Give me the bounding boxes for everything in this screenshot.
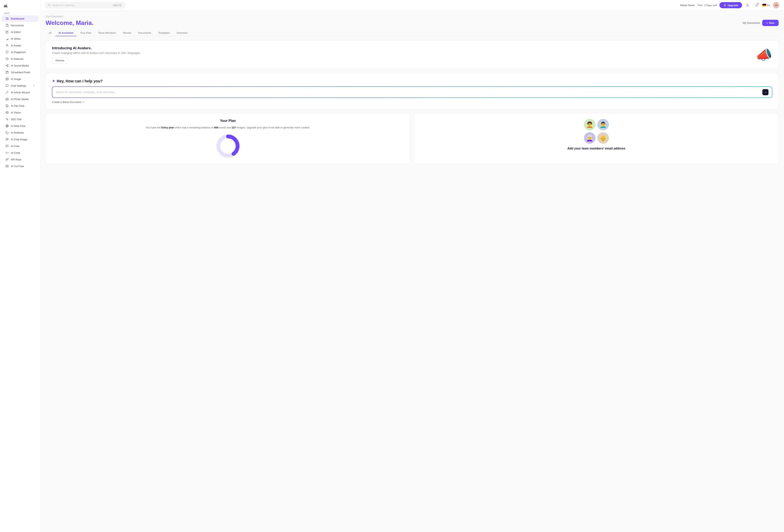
sidebar-item-ai-youtube[interactable]: AI YouTube xyxy=(2,163,38,169)
sidebar-item-ai-plagiarism[interactable]: AI Plagiarism xyxy=(2,49,38,55)
banner-title: Introducing AI Avatars. xyxy=(52,46,752,50)
sidebar-item-label: AI Photo Studio xyxy=(11,98,29,101)
sparkle-icon: ✦ xyxy=(52,79,55,83)
sidebar-item-label: AI Vision xyxy=(11,111,21,114)
sidebar: ai. USER Dashboard Documents AI Editor A… xyxy=(0,0,40,532)
share-icon xyxy=(5,64,9,67)
sidebar-item-ai-chat[interactable]: AI Chat xyxy=(2,143,38,149)
title-actions: My Documents + New xyxy=(743,20,779,26)
upgrade-label: Upgrade xyxy=(728,4,738,7)
sidebar-item-documents[interactable]: Documents xyxy=(2,22,38,29)
sidebar-item-label: AI YouTube xyxy=(11,165,24,168)
sidebar-item-label: AI Code xyxy=(11,151,20,154)
user-avatar[interactable]: JS xyxy=(773,2,779,8)
chat-image-icon xyxy=(5,138,9,141)
plan-words: 409 xyxy=(214,126,218,129)
sidebar-item-ai-file-chat[interactable]: AI File Chat xyxy=(2,103,38,109)
page-title-row: Welcome, Maria. My Documents + New xyxy=(46,19,779,26)
sidebar-item-label: AI ReWriter xyxy=(11,131,24,134)
sidebar-item-label: AI Chat Image xyxy=(11,138,27,141)
tab-documents[interactable]: Documents xyxy=(135,30,154,36)
tab-ai-assistant[interactable]: AI Assistant xyxy=(55,30,77,36)
admin-panel-link[interactable]: Admin Panel xyxy=(680,4,695,7)
banner-subtitle: Create engaging videos with AI avatars a… xyxy=(52,51,752,54)
create-blank-button[interactable]: Create a Blank Document + xyxy=(52,101,772,104)
global-search[interactable]: cmd + E xyxy=(45,2,125,8)
tab-overview[interactable]: Overview xyxy=(174,30,191,36)
sidebar-item-label: API Keys xyxy=(11,158,22,161)
sidebar-item-label: AI Chat xyxy=(11,145,19,147)
plan-images: 127 xyxy=(232,126,236,129)
title-name: Maria. xyxy=(76,19,93,26)
ai-chat-icon xyxy=(5,144,9,148)
sidebar-item-api-keys[interactable]: API Keys xyxy=(2,156,38,163)
sidebar-item-label: AI Editor xyxy=(11,31,21,33)
svg-point-17 xyxy=(6,99,7,100)
shield-icon xyxy=(5,50,9,54)
my-documents-link[interactable]: My Documents xyxy=(743,22,760,24)
sidebar-item-label: Dashboard xyxy=(11,17,24,20)
plan-name: Entry plan xyxy=(162,126,174,129)
tab-templates[interactable]: Templates xyxy=(155,30,173,36)
sidebar-item-chat-settings[interactable]: Chat Settings + xyxy=(2,82,38,89)
language-selector[interactable]: En xyxy=(762,4,770,7)
new-button[interactable]: + New xyxy=(762,20,779,26)
search-input[interactable] xyxy=(52,4,110,7)
sidebar-item-label: Chat Settings xyxy=(11,84,26,87)
dismiss-button[interactable]: Dismiss xyxy=(52,57,68,63)
sidebar-item-label: AI Plagiarism xyxy=(11,51,26,54)
sidebar-item-ai-web-chat[interactable]: AI Web Chat xyxy=(2,123,38,129)
main-area: cmd + E Admin Panel Trial - 2 Days Left … xyxy=(40,0,784,532)
sidebar-item-ai-editor[interactable]: AI Editor xyxy=(2,29,38,35)
sidebar-item-ai-social-media[interactable]: AI Social Media xyxy=(2,62,38,69)
sidebar-item-ai-chat-image[interactable]: AI Chat Image xyxy=(2,136,38,143)
sidebar-item-seo-tool[interactable]: SEO Tool xyxy=(2,116,38,122)
sidebar-item-ai-rewriter[interactable]: AI ReWriter xyxy=(2,129,38,136)
banner-illustration: 📣 xyxy=(756,47,772,63)
svg-point-16 xyxy=(6,78,7,79)
sidebar-item-label: AI Image xyxy=(11,78,21,81)
help-search-bar[interactable]: → xyxy=(52,86,772,98)
tab-your-plan[interactable]: Your Plan xyxy=(77,30,94,36)
sidebar-item-ai-writer[interactable]: AI Writer xyxy=(2,35,38,42)
sidebar-item-label: AI Social Media xyxy=(11,64,29,67)
tab-recent[interactable]: Recent xyxy=(120,30,134,36)
web-icon xyxy=(5,124,9,128)
key-icon xyxy=(5,158,9,161)
tab-team-members[interactable]: Team Members xyxy=(95,30,119,36)
sidebar-item-ai-article-wizard[interactable]: AI Article Wizard xyxy=(2,89,38,95)
notifications-button[interactable] xyxy=(754,2,760,8)
theme-toggle[interactable] xyxy=(745,2,751,8)
team-card: 🧑‍🦱 👨‍🦱 👩‍🦳 👴 Add your team members' ema… xyxy=(414,113,779,164)
notification-dot xyxy=(757,3,759,4)
sidebar-item-dashboard[interactable]: Dashboard xyxy=(2,15,38,22)
grid-icon xyxy=(5,17,9,20)
help-search-submit[interactable]: → xyxy=(762,89,768,95)
create-blank-icon: + xyxy=(83,101,84,104)
main-tabs: AllAI AssistantYour PlanTeam MembersRece… xyxy=(46,30,779,36)
detector-icon xyxy=(5,57,9,61)
topnav: cmd + E Admin Panel Trial - 2 Days Left … xyxy=(40,0,784,10)
team-card-title: Add your team members' email address xyxy=(567,147,625,150)
chat-settings-plus[interactable]: + xyxy=(33,84,35,87)
plan-card: Your Plan You have the Entry plan which … xyxy=(46,113,410,164)
moon-icon xyxy=(746,4,749,7)
team-avatar-2: 👨‍🦱 xyxy=(597,119,609,130)
sidebar-item-ai-image[interactable]: AI Image xyxy=(2,76,38,82)
camera-icon xyxy=(5,97,9,101)
help-search-input[interactable] xyxy=(56,91,760,94)
sidebar-item-ai-avatar[interactable]: AI Avatar xyxy=(2,42,38,49)
search-icon xyxy=(48,4,51,7)
upgrade-button[interactable]: ⚡ Upgrade xyxy=(720,2,742,8)
banner-card: Introducing AI Avatars. Create engaging … xyxy=(46,40,779,69)
sidebar-item-ai-detector[interactable]: AI Detector xyxy=(2,56,38,62)
plan-card-title: Your Plan xyxy=(51,119,404,123)
sidebar-item-scheduled-posts[interactable]: Scheduled Posts xyxy=(2,69,38,76)
tab-all[interactable]: All xyxy=(46,30,55,36)
calendar-icon xyxy=(5,71,9,74)
help-section: ✦ Hey, How can I help you? → Create a Bl… xyxy=(46,73,779,109)
sidebar-item-ai-vision[interactable]: AI Vision xyxy=(2,109,38,116)
sidebar-item-ai-photo-studio[interactable]: AI Photo Studio xyxy=(2,96,38,102)
sidebar-item-ai-code[interactable]: AI Code xyxy=(2,149,38,156)
sidebar-item-label: AI File Chat xyxy=(11,105,24,107)
